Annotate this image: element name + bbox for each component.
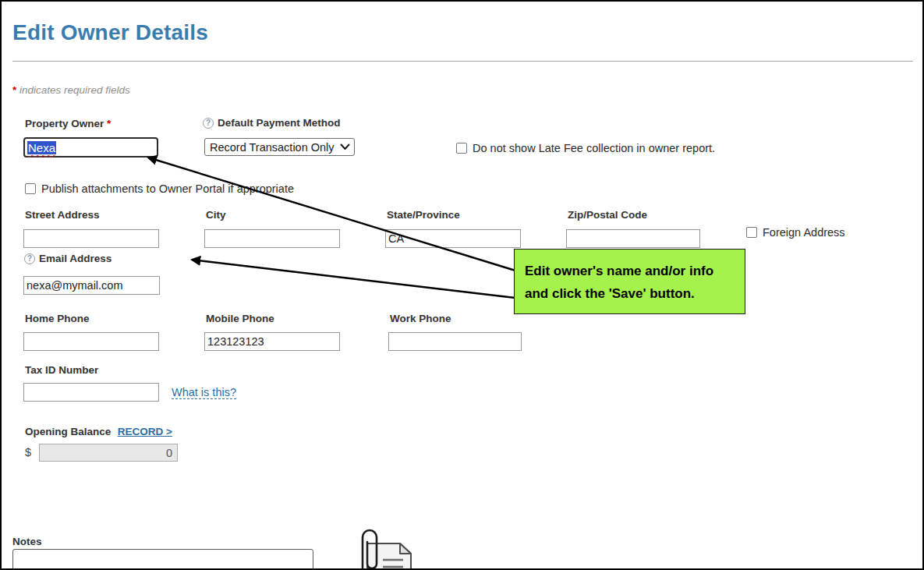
publish-attachments-checkbox-row: Publish attachments to Owner Portal if a… (25, 182, 294, 195)
work-phone-label: Work Phone (390, 313, 451, 324)
required-fields-note: * indicates required fields (12, 84, 130, 96)
foreign-address-checkbox-label: Foreign Address (763, 226, 845, 239)
opening-balance-input (39, 444, 178, 462)
tax-id-input[interactable] (23, 383, 159, 402)
arrow-to-property-owner (148, 158, 515, 271)
late-fee-checkbox-row: Do not show Late Fee collection in owner… (456, 142, 715, 154)
default-payment-method-select[interactable]: Record Transaction Only (204, 138, 355, 156)
city-input[interactable] (204, 229, 340, 248)
chevron-down-icon (340, 143, 350, 150)
state-province-label: State/Province (387, 209, 460, 221)
work-phone-input[interactable] (388, 332, 522, 351)
foreign-address-checkbox[interactable] (746, 227, 757, 238)
property-owner-selected-text: Nexa (27, 141, 56, 154)
currency-symbol: $ (25, 446, 31, 458)
email-label-row: ? Email Address (24, 253, 112, 264)
foreign-address-checkbox-row: Foreign Address (746, 226, 845, 239)
home-phone-input[interactable] (23, 332, 159, 351)
notes-textarea[interactable] (12, 549, 313, 570)
street-address-label: Street Address (25, 209, 100, 221)
zip-postal-input[interactable] (566, 229, 700, 248)
callout-line-1: Edit owner's name and/or info (525, 260, 745, 282)
late-fee-checkbox[interactable] (456, 143, 467, 154)
notes-label: Notes (12, 536, 42, 547)
title-divider (12, 61, 913, 62)
city-label: City (206, 209, 226, 221)
property-owner-label: Property Owner * (25, 118, 111, 129)
default-payment-selected-option: Record Transaction Only (210, 141, 335, 154)
required-note-text: indicates required fields (19, 84, 130, 96)
default-payment-label-row: ? Default Payment Method (203, 117, 341, 129)
tax-id-label: Tax ID Number (25, 364, 98, 376)
property-owner-input[interactable]: Nexa (23, 137, 158, 158)
state-province-input[interactable] (385, 229, 521, 248)
page-title: Edit Owner Details (12, 20, 208, 45)
default-payment-label: Default Payment Method (218, 117, 341, 129)
street-address-input[interactable] (23, 229, 159, 248)
mobile-phone-label: Mobile Phone (206, 313, 274, 324)
email-input[interactable] (23, 276, 160, 295)
opening-balance-label: Opening Balance (25, 426, 111, 437)
late-fee-checkbox-label: Do not show Late Fee collection in owner… (473, 142, 715, 154)
property-owner-required-asterisk: * (107, 118, 111, 129)
help-icon[interactable]: ? (203, 118, 214, 129)
edit-owner-details-page: Edit Owner Details * indicates required … (0, 0, 924, 570)
tax-id-help-link[interactable]: What is this? (172, 386, 236, 399)
mobile-phone-input[interactable] (204, 332, 340, 351)
opening-balance-record-link[interactable]: RECORD > (118, 426, 172, 437)
home-phone-label: Home Phone (25, 313, 90, 324)
publish-attachments-checkbox[interactable] (25, 183, 36, 194)
opening-balance-row: Opening Balance RECORD > (25, 424, 172, 438)
required-asterisk: * (12, 84, 16, 96)
paperclip-document-icon[interactable] (352, 528, 419, 570)
arrow-to-email-address (192, 260, 515, 298)
callout-line-2: and click the 'Save' button. (525, 282, 745, 305)
email-label: Email Address (39, 253, 112, 264)
help-icon[interactable]: ? (24, 253, 35, 264)
instruction-callout: Edit owner's name and/or info and click … (514, 249, 745, 314)
publish-attachments-checkbox-label: Publish attachments to Owner Portal if a… (41, 182, 294, 195)
zip-postal-label: Zip/Postal Code (568, 209, 647, 221)
